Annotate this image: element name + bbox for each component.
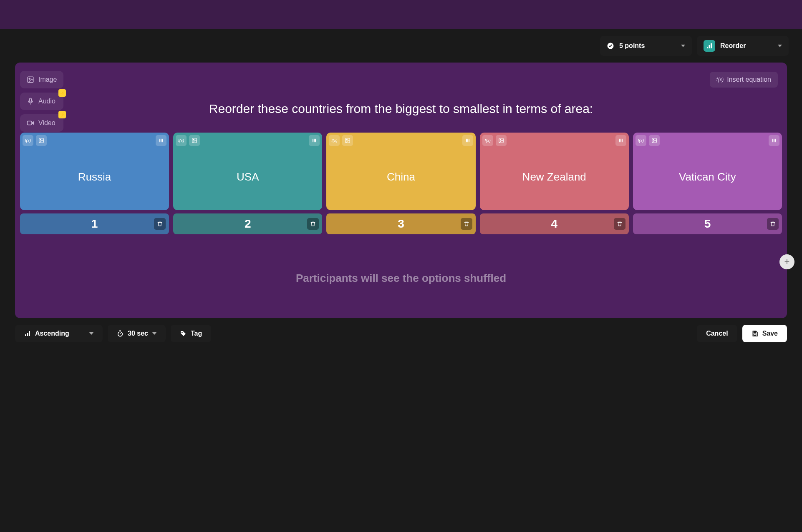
svg-rect-2 xyxy=(709,45,710,48)
audio-label: Audio xyxy=(38,98,55,105)
svg-point-51 xyxy=(622,141,623,142)
svg-point-45 xyxy=(622,139,623,140)
save-label: Save xyxy=(762,330,778,337)
question-text[interactable]: Reorder these countries from the biggest… xyxy=(82,102,720,116)
image-label: Image xyxy=(38,76,57,83)
svg-point-17 xyxy=(161,141,161,142)
svg-point-33 xyxy=(467,139,468,140)
svg-rect-65 xyxy=(29,331,30,336)
answer-card-body[interactable]: f(x) China xyxy=(326,133,475,210)
answer-text[interactable]: Vatican City xyxy=(636,146,779,208)
svg-point-53 xyxy=(653,139,654,140)
drag-handle-icon[interactable] xyxy=(769,135,779,146)
image-icon[interactable] xyxy=(649,135,660,146)
insert-equation-button[interactable]: f(x) Insert equation xyxy=(710,72,778,88)
save-button[interactable]: Save xyxy=(742,325,787,342)
answer-card: f(x) China 3 xyxy=(326,133,475,234)
time-limit-dropdown[interactable]: 30 sec xyxy=(108,325,166,342)
order-direction-dropdown[interactable]: Ascending xyxy=(15,325,103,342)
answer-text[interactable]: Russia xyxy=(23,146,166,208)
add-answer-button[interactable]: + xyxy=(779,254,794,269)
svg-point-39 xyxy=(467,141,468,142)
delete-answer-button[interactable] xyxy=(614,218,625,230)
answer-card-body[interactable]: f(x) USA xyxy=(173,133,322,210)
svg-rect-7 xyxy=(28,121,32,125)
premium-badge-icon: ⚡ xyxy=(58,89,66,97)
svg-point-10 xyxy=(159,139,160,140)
tag-button[interactable]: Tag xyxy=(171,325,211,342)
add-image-button[interactable]: Image xyxy=(20,71,63,88)
svg-point-18 xyxy=(162,141,163,142)
drag-handle-icon[interactable] xyxy=(615,135,626,146)
svg-point-42 xyxy=(500,139,501,140)
equation-icon[interactable]: f(x) xyxy=(176,135,187,146)
order-direction-label: Ascending xyxy=(35,330,69,337)
svg-rect-63 xyxy=(25,334,26,336)
equation-icon[interactable]: f(x) xyxy=(329,135,340,146)
svg-point-34 xyxy=(468,139,469,140)
checkmark-circle-icon xyxy=(607,42,614,50)
video-label: Video xyxy=(38,119,55,127)
trash-icon xyxy=(770,221,776,227)
drag-handle-icon[interactable] xyxy=(156,135,166,146)
image-icon[interactable] xyxy=(496,135,507,146)
drag-handle-icon[interactable] xyxy=(462,135,473,146)
delete-answer-button[interactable] xyxy=(154,218,166,230)
svg-point-24 xyxy=(313,140,313,141)
svg-point-32 xyxy=(466,139,467,140)
points-dropdown[interactable]: 5 points xyxy=(600,36,692,56)
delete-answer-button[interactable] xyxy=(767,218,779,230)
microphone-icon xyxy=(27,98,34,105)
answer-text[interactable]: China xyxy=(329,146,473,208)
svg-rect-69 xyxy=(754,334,756,336)
tag-icon xyxy=(180,330,187,337)
trash-icon xyxy=(157,221,163,227)
svg-point-49 xyxy=(619,141,620,142)
equation-icon[interactable]: f(x) xyxy=(636,135,646,146)
delete-answer-button[interactable] xyxy=(461,218,472,230)
trash-icon xyxy=(617,221,623,227)
chevron-down-icon xyxy=(89,332,93,335)
answer-order-slot: 1 xyxy=(20,213,169,234)
add-audio-button[interactable]: Audio ⚡ xyxy=(20,93,63,110)
cancel-button[interactable]: Cancel xyxy=(697,325,737,342)
time-limit-label: 30 sec xyxy=(128,330,148,337)
save-icon xyxy=(752,330,758,337)
svg-point-20 xyxy=(193,139,194,140)
equation-icon[interactable]: f(x) xyxy=(23,135,33,146)
media-attach-group: Image Audio ⚡ Video ⚡ xyxy=(20,71,63,132)
image-icon[interactable] xyxy=(342,135,353,146)
answer-card-body[interactable]: f(x) New Zealand xyxy=(480,133,629,210)
add-video-button[interactable]: Video ⚡ xyxy=(20,114,63,132)
svg-point-23 xyxy=(315,139,316,140)
svg-point-12 xyxy=(162,139,163,140)
svg-point-62 xyxy=(775,141,776,142)
svg-point-47 xyxy=(620,140,621,141)
answer-text[interactable]: New Zealand xyxy=(482,146,626,208)
svg-rect-1 xyxy=(707,47,708,48)
video-icon xyxy=(27,119,34,127)
order-number: 2 xyxy=(245,217,251,231)
delete-answer-button[interactable] xyxy=(307,218,319,230)
svg-point-54 xyxy=(772,139,773,140)
order-number: 5 xyxy=(704,217,711,231)
chevron-down-icon xyxy=(681,45,685,47)
answer-text[interactable]: USA xyxy=(176,146,320,208)
drag-handle-icon[interactable] xyxy=(309,135,320,146)
stopwatch-icon xyxy=(117,330,124,337)
trash-icon xyxy=(310,221,316,227)
svg-rect-3 xyxy=(711,43,712,48)
question-type-dropdown[interactable]: Reorder xyxy=(697,36,789,56)
answer-card: f(x) Vatican City 5 xyxy=(633,133,782,234)
svg-point-48 xyxy=(622,140,623,141)
answer-card-body[interactable]: f(x) Vatican City xyxy=(633,133,782,210)
image-icon[interactable] xyxy=(189,135,200,146)
svg-point-28 xyxy=(314,141,315,142)
svg-point-25 xyxy=(314,140,315,141)
answer-card: f(x) Russia 1 xyxy=(20,133,169,234)
svg-point-22 xyxy=(314,139,315,140)
equation-icon[interactable]: f(x) xyxy=(482,135,493,146)
answer-card-body[interactable]: f(x) Russia xyxy=(20,133,169,210)
svg-point-35 xyxy=(466,140,467,141)
image-icon[interactable] xyxy=(36,135,47,146)
